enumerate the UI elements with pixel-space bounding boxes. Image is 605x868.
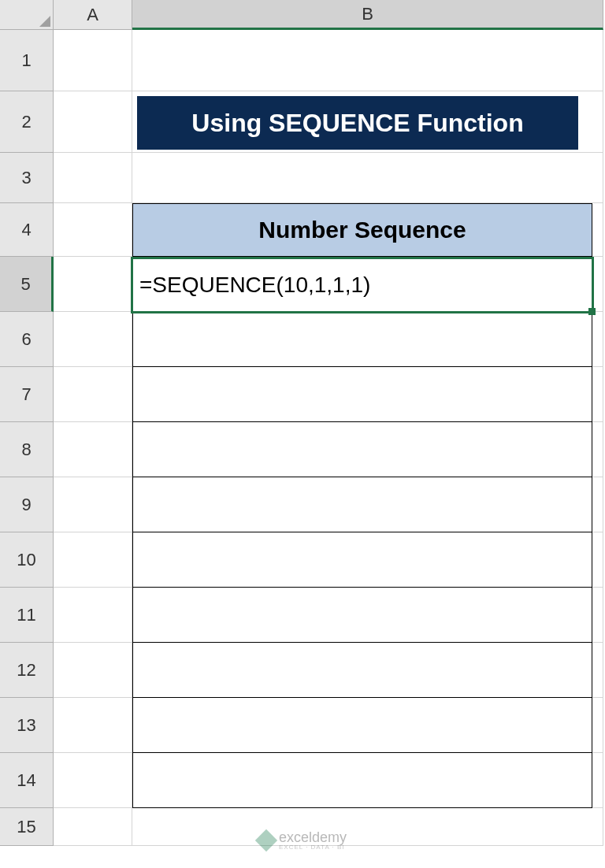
- col-header-a[interactable]: A: [54, 0, 132, 30]
- cell-a4[interactable]: [54, 203, 132, 257]
- table-row[interactable]: [132, 477, 592, 532]
- col-header-b[interactable]: B: [132, 0, 603, 30]
- table-row[interactable]: [132, 312, 592, 367]
- table-header: Number Sequence: [132, 203, 592, 257]
- row-header-5[interactable]: 5: [0, 257, 54, 312]
- row-header-9[interactable]: 9: [0, 477, 54, 532]
- cell-a10[interactable]: [54, 532, 132, 588]
- row-header-14[interactable]: 14: [0, 753, 54, 808]
- watermark-sub: EXCEL · DATA · BI: [279, 844, 347, 851]
- cell-a8[interactable]: [54, 422, 132, 477]
- cell-a15[interactable]: [54, 808, 132, 846]
- row-header-3[interactable]: 3: [0, 153, 54, 203]
- cell-a13[interactable]: [54, 698, 132, 753]
- cell-a2[interactable]: [54, 91, 132, 153]
- cell-a9[interactable]: [54, 477, 132, 532]
- cell-a12[interactable]: [54, 643, 132, 698]
- table-row[interactable]: [132, 367, 592, 422]
- row-header-15[interactable]: 15: [0, 808, 54, 846]
- cell-a7[interactable]: [54, 367, 132, 422]
- row-header-7[interactable]: 7: [0, 367, 54, 422]
- row-header-13[interactable]: 13: [0, 698, 54, 753]
- formula-text: =SEQUENCE(10,1,1,1): [139, 273, 370, 298]
- row-header-2[interactable]: 2: [0, 91, 54, 153]
- table-row[interactable]: [132, 532, 592, 588]
- table-row[interactable]: [132, 643, 592, 698]
- watermark-main: exceldemy: [279, 830, 347, 844]
- corner-triangle-icon: [39, 16, 50, 27]
- row-header-4[interactable]: 4: [0, 203, 54, 257]
- cell-a11[interactable]: [54, 588, 132, 643]
- watermark-logo-icon: [255, 829, 277, 851]
- select-all-corner[interactable]: [0, 0, 54, 30]
- table-row[interactable]: [132, 588, 592, 643]
- table-row[interactable]: [132, 753, 592, 808]
- watermark-text: exceldemy EXCEL · DATA · BI: [279, 830, 347, 851]
- fill-handle[interactable]: [588, 308, 596, 315]
- row-header-1[interactable]: 1: [0, 30, 54, 91]
- cell-a14[interactable]: [54, 753, 132, 808]
- cell-a6[interactable]: [54, 312, 132, 367]
- row-header-8[interactable]: 8: [0, 422, 54, 477]
- cell-a3[interactable]: [54, 153, 132, 203]
- cell-b1[interactable]: [132, 30, 603, 91]
- row-header-10[interactable]: 10: [0, 532, 54, 588]
- active-cell-b5[interactable]: =SEQUENCE(10,1,1,1): [131, 257, 594, 313]
- cell-b15[interactable]: [132, 808, 603, 846]
- cell-b3[interactable]: [132, 153, 603, 203]
- row-header-6[interactable]: 6: [0, 312, 54, 367]
- table-row[interactable]: [132, 698, 592, 753]
- cell-a5[interactable]: [54, 257, 132, 312]
- cell-a1[interactable]: [54, 30, 132, 91]
- table-row[interactable]: [132, 422, 592, 477]
- title-banner: Using SEQUENCE Function: [137, 96, 578, 150]
- row-header-11[interactable]: 11: [0, 588, 54, 643]
- watermark: exceldemy EXCEL · DATA · BI: [258, 830, 347, 851]
- row-header-12[interactable]: 12: [0, 643, 54, 698]
